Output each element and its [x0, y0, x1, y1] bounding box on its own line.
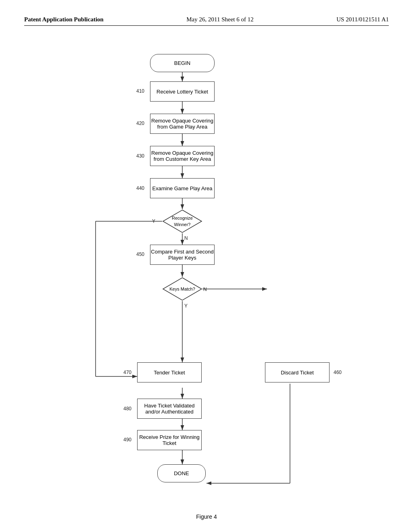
flowchart: BEGIN Receive Lottery Ticket 410 Remove … [33, 42, 380, 505]
step-410-box: Receive Lottery Ticket [150, 81, 215, 102]
diamond-recognize-winner: Recognize Winner? [162, 209, 202, 233]
diamond1-y-label: Y [152, 218, 155, 224]
step-490-number: 490 [123, 437, 131, 443]
begin-label: BEGIN [174, 60, 190, 66]
step-460-box: Discard Ticket [265, 362, 330, 382]
step-440-number: 440 [136, 185, 144, 191]
arrows-svg [33, 42, 380, 505]
svg-text:Keys Match?: Keys Match? [169, 287, 195, 291]
patent-number: US 2011/0121511 A1 [336, 16, 389, 23]
diamond2-y-label: Y [184, 303, 188, 309]
date-sheet: May 26, 2011 Sheet 6 of 12 [186, 16, 254, 23]
step-470-number: 470 [123, 370, 131, 375]
step-430-label: Remove Opaque Covering from Customer Key… [151, 150, 213, 162]
step-410-number: 410 [136, 88, 144, 94]
step-480-box: Have Ticket Validated and/or Authenticat… [137, 399, 202, 419]
step-450-number: 450 [136, 251, 144, 257]
step-450-label: Compare First and Second Player Keys [151, 249, 213, 261]
step-410-label: Receive Lottery Ticket [156, 89, 208, 95]
done-node: DONE [157, 464, 206, 482]
step-470-box: Tender Ticket [137, 362, 202, 382]
svg-marker-18 [163, 210, 202, 233]
diamond2-n-label: N [203, 287, 207, 292]
step-440-box: Examine Game Play Area [150, 178, 215, 198]
svg-text:Winner?: Winner? [174, 222, 191, 227]
step-460-label: Discard Ticket [281, 370, 314, 376]
begin-node: BEGIN [150, 54, 215, 72]
diamond-keys-match: Keys Match? [162, 277, 202, 301]
page-header: Patent Application Publication May 26, 2… [24, 16, 389, 26]
step-480-number: 480 [123, 406, 131, 411]
step-420-box: Remove Opaque Covering from Game Play Ar… [150, 114, 215, 134]
step-420-label: Remove Opaque Covering from Game Play Ar… [151, 118, 213, 130]
step-450-box: Compare First and Second Player Keys [150, 245, 215, 265]
step-490-box: Receive Prize for Winning Ticket [137, 430, 202, 450]
step-430-number: 430 [136, 153, 144, 159]
step-470-label: Tender Ticket [154, 370, 185, 376]
step-460-number: 460 [334, 370, 342, 375]
figure-caption: Figure 4 [24, 513, 389, 520]
step-490-label: Receive Prize for Winning Ticket [139, 434, 200, 446]
diamond1-n-label: N [184, 235, 188, 241]
page: Patent Application Publication May 26, 2… [0, 0, 413, 532]
step-440-label: Examine Game Play Area [152, 185, 213, 191]
svg-text:Recognize: Recognize [172, 216, 193, 220]
step-420-number: 420 [136, 121, 144, 126]
done-label: DONE [174, 470, 189, 476]
step-480-label: Have Ticket Validated and/or Authenticat… [144, 403, 195, 415]
publication-title: Patent Application Publication [24, 16, 104, 23]
step-430-box: Remove Opaque Covering from Customer Key… [150, 146, 215, 166]
